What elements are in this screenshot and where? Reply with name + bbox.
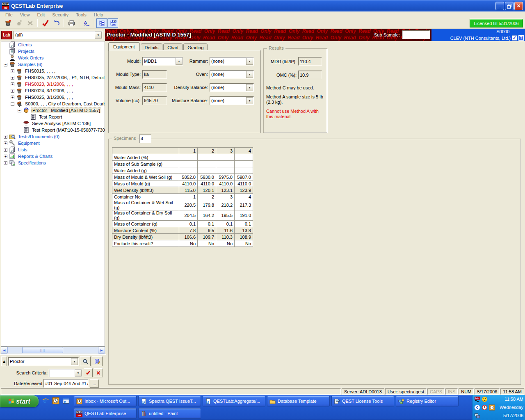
- tree-expander-plus[interactable]: +: [4, 135, 7, 139]
- taskbar-button[interactable]: untitled - Paint: [138, 408, 201, 419]
- taskbar-button[interactable]: Registry Editor: [396, 396, 459, 406]
- search-criteria-dropdown[interactable]: ▼: [49, 369, 82, 377]
- tree-expander-plus[interactable]: +: [11, 89, 14, 93]
- table-cell[interactable]: 106.6: [179, 234, 198, 240]
- tray-smiley[interactable]: [482, 396, 488, 402]
- tree-item[interactable]: Test Report: [1, 114, 105, 120]
- table-cell[interactable]: [198, 167, 216, 174]
- table-cell[interactable]: 204.5: [179, 210, 198, 221]
- density-balance-dropdown[interactable]: (none)▼: [210, 83, 254, 92]
- search-type-dropdown[interactable]: Proctor ▼: [8, 357, 79, 366]
- table-cell[interactable]: No: [179, 240, 198, 247]
- tree-view-toggle[interactable]: [96, 18, 107, 28]
- table-cell[interactable]: 5852.0: [179, 174, 198, 180]
- tray-network-pc[interactable]: [474, 413, 480, 419]
- table-cell[interactable]: 109.7: [198, 234, 216, 240]
- tree-item[interactable]: +FHS0025, 3/1/2006, , , ,: [1, 94, 105, 100]
- taskbar-button[interactable]: Database Template: [267, 396, 330, 406]
- sub-sample-input[interactable]: [402, 30, 430, 39]
- tree-item[interactable]: −Samples (6): [1, 61, 105, 68]
- tree-item[interactable]: Sieve Analysis [ASTM C 136]: [1, 120, 105, 127]
- menu-security[interactable]: Security: [48, 12, 72, 18]
- tree-expander-plus[interactable]: +: [11, 69, 14, 73]
- tree-expander-plus[interactable]: +: [11, 82, 14, 86]
- tree-item[interactable]: +Equipment: [1, 140, 105, 146]
- table-cell[interactable]: 191.0: [235, 210, 253, 221]
- table-cell[interactable]: 164.2: [198, 210, 216, 221]
- table-cell[interactable]: 4110.0: [179, 180, 198, 187]
- tree-item[interactable]: +Lists: [1, 146, 105, 153]
- tree-item[interactable]: Clients: [1, 41, 105, 48]
- table-cell[interactable]: 179.8: [198, 200, 216, 210]
- tree-item[interactable]: −Proctor - Modified [ASTM D 1557]: [1, 107, 105, 114]
- menu-tools[interactable]: Tools: [72, 12, 90, 18]
- tree-expander-minus[interactable]: −: [18, 109, 21, 112]
- table-cell[interactable]: 120.1: [198, 187, 216, 194]
- new-sample-button[interactable]: [2, 18, 13, 28]
- tree-item[interactable]: +FHS0024, 3/1/2006, , , ,: [1, 87, 105, 94]
- table-cell[interactable]: 11.6: [216, 227, 235, 234]
- table-cell[interactable]: 0.1: [198, 221, 216, 227]
- table-cell[interactable]: 0.1: [235, 221, 253, 227]
- dropdown-arrow-icon[interactable]: ▼: [246, 84, 253, 91]
- tray-outlook[interactable]: [489, 404, 495, 411]
- apply-search-button[interactable]: ✔: [84, 368, 93, 377]
- table-cell[interactable]: No: [198, 240, 216, 247]
- table-cell[interactable]: 123.1: [216, 187, 235, 194]
- start-button[interactable]: start: [0, 395, 39, 407]
- clear-search-button[interactable]: ✕: [94, 368, 103, 377]
- table-cell[interactable]: 218.2: [216, 200, 235, 210]
- tree-expander-plus[interactable]: +: [4, 142, 7, 145]
- quick-launch-explorer-window[interactable]: e: [62, 397, 70, 404]
- table-cell[interactable]: No: [235, 240, 253, 247]
- tree-expander-plus[interactable]: +: [4, 161, 7, 165]
- table-cell[interactable]: [198, 161, 216, 167]
- table-cell[interactable]: 220.5: [179, 200, 198, 210]
- dropdown-arrow-icon[interactable]: ▼: [246, 58, 253, 65]
- table-cell[interactable]: 5975.0: [216, 174, 235, 180]
- dropdown-arrow-icon[interactable]: ▼: [246, 71, 253, 78]
- close-button[interactable]: ✕: [514, 2, 523, 10]
- menu-edit[interactable]: Edit: [33, 12, 48, 18]
- table-cell[interactable]: [216, 161, 235, 167]
- minimize-button[interactable]: _: [495, 2, 504, 10]
- table-cell[interactable]: [216, 167, 235, 174]
- scrollbar-thumb[interactable]: [22, 347, 63, 353]
- license-status-button[interactable]: Licensed till 5/31/2006: [470, 19, 523, 27]
- taskbar-button[interactable]: QESTlabQESTLab Enterprise: [74, 408, 137, 419]
- date-browse-button[interactable]: ...: [90, 379, 99, 388]
- date-received-input[interactable]: #01-Sep-04# And #17-M: [43, 379, 89, 388]
- table-cell[interactable]: 5987.0: [235, 174, 253, 180]
- oven-dropdown[interactable]: (none)▼: [210, 70, 254, 79]
- table-cell[interactable]: No: [216, 240, 235, 247]
- tab-equipment[interactable]: Equipment: [108, 42, 140, 51]
- new-item-button-disabled[interactable]: [14, 18, 24, 28]
- taskbar-button[interactable]: QEST License Tools: [331, 396, 394, 406]
- dropdown-arrow-icon[interactable]: ▼: [246, 97, 253, 104]
- dropdown-arrow-icon[interactable]: ▼: [95, 32, 102, 39]
- table-cell[interactable]: 217.3: [235, 200, 253, 210]
- table-cell[interactable]: [235, 161, 253, 167]
- tree-item[interactable]: +Tests/Documents (0): [1, 133, 105, 140]
- tray-chevron-left[interactable]: [474, 404, 480, 411]
- table-cell[interactable]: 4: [235, 194, 253, 200]
- lab-filter-dropdown[interactable]: (all) ▼: [14, 31, 103, 39]
- table-cell[interactable]: [235, 167, 253, 174]
- specimen-count-input[interactable]: 4: [139, 135, 151, 143]
- menu-help[interactable]: Help: [90, 12, 107, 18]
- rammer-dropdown[interactable]: (none)▼: [210, 57, 254, 66]
- print-button[interactable]: [66, 18, 77, 28]
- table-cell[interactable]: 195.5: [216, 210, 235, 221]
- tree-item[interactable]: +FHS0023, 3/1/2006, , , ,: [1, 81, 105, 87]
- menu-file[interactable]: File: [2, 12, 16, 18]
- table-cell[interactable]: 4110.0: [216, 180, 235, 187]
- table-cell[interactable]: 0.1: [216, 221, 235, 227]
- taskbar-button[interactable]: Spectra QEST IssueT...: [138, 396, 201, 406]
- tree-expander-minus[interactable]: −: [11, 102, 14, 106]
- menu-view[interactable]: View: [16, 12, 34, 18]
- table-cell[interactable]: [179, 154, 198, 161]
- table-cell[interactable]: 110.3: [216, 234, 235, 240]
- lab-tree-view-toggle[interactable]: LAB: [107, 18, 118, 28]
- table-cell[interactable]: 13.8: [235, 227, 253, 234]
- table-cell[interactable]: [179, 167, 198, 174]
